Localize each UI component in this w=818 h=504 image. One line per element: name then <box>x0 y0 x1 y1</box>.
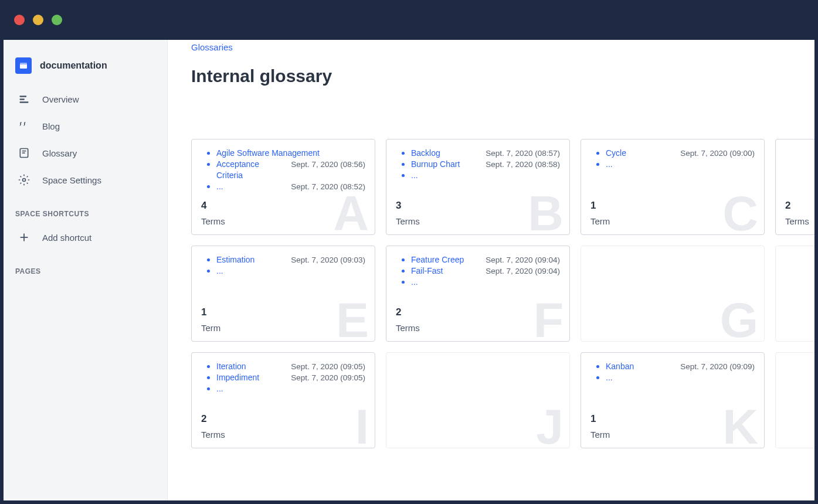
glossary-card-b[interactable]: BacklogSept. 7, 2020 (08:57)Burnup Chart… <box>386 139 570 235</box>
entry-date: Sept. 7, 2020 (09:00) <box>680 148 755 159</box>
entry-date: Sept. 7, 2020 (08:57) <box>486 148 560 159</box>
entry-link[interactable]: ... <box>216 265 365 277</box>
card-entry: ... <box>590 372 755 383</box>
entry-link[interactable]: ... <box>606 159 755 170</box>
entry-link[interactable]: Backlog <box>411 148 480 159</box>
nav-item-label: Blog <box>42 121 60 131</box>
entry-link[interactable]: Fail-Fast <box>411 265 480 277</box>
glossary-card-h[interactable]: H <box>775 246 814 342</box>
entry-date: Sept. 7, 2020 (09:05) <box>291 362 365 372</box>
card-entry: KanbanSept. 7, 2020 (09:09) <box>590 361 755 372</box>
glossary-card-j[interactable]: J <box>386 352 570 448</box>
card-unit-label: Term <box>590 430 755 440</box>
entry-link[interactable]: Iteration <box>216 361 285 372</box>
space-header[interactable]: documentation <box>4 52 167 86</box>
entry-link[interactable]: Cycle <box>606 148 674 159</box>
card-entries: CycleSept. 7, 2020 (09:00)... <box>590 148 755 200</box>
entry-date: Sept. 7, 2020 (09:03) <box>291 255 365 265</box>
card-unit-label: Term <box>590 216 755 226</box>
card-footer: 1Term <box>590 200 755 226</box>
card-footer: 3Terms <box>396 200 560 226</box>
entry-link[interactable]: Agile Software Management <box>216 148 365 159</box>
svg-point-9 <box>23 179 26 182</box>
card-entries <box>590 254 755 333</box>
entry-date: Sept. 7, 2020 (08:56) <box>291 159 365 170</box>
entry-link[interactable]: Burnup Chart <box>411 159 480 170</box>
window-minimize-button[interactable] <box>33 15 43 25</box>
card-entry: CycleSept. 7, 2020 (09:00) <box>590 148 755 159</box>
glossary-card-c[interactable]: CycleSept. 7, 2020 (09:00)...1TermC <box>581 139 765 235</box>
card-entry: ... <box>396 277 560 288</box>
entry-link[interactable]: ... <box>606 372 755 383</box>
nav-item-overview[interactable]: Overview <box>4 86 167 113</box>
page-title: Internal glossary <box>191 66 814 86</box>
window-close-button[interactable] <box>14 15 25 25</box>
card-unit-label: Terms <box>785 216 814 226</box>
nav-item-label: Overview <box>42 94 79 104</box>
card-footer: 2Terms <box>785 200 814 226</box>
entry-date: Sept. 7, 2020 (09:04) <box>486 255 560 265</box>
glossary-card-d[interactable]: 2TermsD <box>775 139 814 235</box>
entry-link[interactable]: Estimation <box>216 254 285 265</box>
space-name: documentation <box>40 60 107 71</box>
card-footer: 1Term <box>201 307 365 333</box>
card-entry: ... <box>201 265 365 277</box>
card-unit-label: Terms <box>396 216 560 226</box>
sidebar: documentation OverviewBlogGlossarySpace … <box>4 40 168 500</box>
card-entry: Agile Software Management <box>201 148 365 159</box>
nav-item-glossary[interactable]: Glossary <box>4 139 167 166</box>
nav-item-blog[interactable]: Blog <box>4 113 167 139</box>
entry-link[interactable]: ... <box>411 170 560 181</box>
card-unit-label: Terms <box>201 216 365 226</box>
card-entries <box>785 148 814 200</box>
card-entries <box>785 254 814 333</box>
main-content: Glossaries Internal glossary Agile Softw… <box>168 40 814 500</box>
add-shortcut-label: Add shortcut <box>42 233 91 243</box>
card-entries: EstimationSept. 7, 2020 (09:03)... <box>201 254 365 307</box>
blog-icon <box>18 120 30 132</box>
card-count: 1 <box>590 200 755 212</box>
card-entry: ... <box>590 159 755 170</box>
card-count: 2 <box>396 307 560 318</box>
space-icon <box>15 57 32 74</box>
entry-date: Sept. 7, 2020 (08:58) <box>486 159 560 170</box>
card-count: 4 <box>201 200 365 212</box>
card-unit-label: Terms <box>396 323 560 333</box>
svg-rect-4 <box>20 98 25 100</box>
nav-item-space-settings[interactable]: Space Settings <box>4 166 167 193</box>
card-count: 2 <box>785 200 814 212</box>
glossary-card-i[interactable]: IterationSept. 7, 2020 (09:05)Impediment… <box>191 352 375 448</box>
glossary-card-e[interactable]: EstimationSept. 7, 2020 (09:03)...1TermE <box>191 246 375 342</box>
entry-link[interactable]: ... <box>216 181 285 192</box>
breadcrumb[interactable]: Glossaries <box>191 40 814 66</box>
card-entry: Acceptance CriteriaSept. 7, 2020 (08:56) <box>201 159 365 181</box>
card-entries: KanbanSept. 7, 2020 (09:09)... <box>590 361 755 413</box>
gear-icon <box>18 173 30 186</box>
card-unit-label: Terms <box>201 430 365 440</box>
entry-date: Sept. 7, 2020 (09:09) <box>680 362 755 372</box>
card-entry: Fail-FastSept. 7, 2020 (09:04) <box>396 265 560 277</box>
glossary-icon <box>18 147 30 159</box>
window-titlebar <box>0 0 818 40</box>
card-entry: ImpedimentSept. 7, 2020 (09:05) <box>201 372 365 383</box>
card-count: 3 <box>396 200 560 212</box>
svg-rect-2 <box>20 63 27 64</box>
entry-link[interactable]: Impediment <box>216 372 285 383</box>
entry-link[interactable]: Acceptance Criteria <box>216 159 285 181</box>
entry-date: Sept. 7, 2020 (09:05) <box>291 373 365 383</box>
card-count: 2 <box>201 413 365 425</box>
glossary-card-k[interactable]: KanbanSept. 7, 2020 (09:09)...1TermK <box>581 352 765 448</box>
card-count: 1 <box>590 413 755 425</box>
glossary-card-a[interactable]: Agile Software ManagementAcceptance Crit… <box>191 139 375 235</box>
entry-link[interactable]: Kanban <box>606 361 674 372</box>
entry-link[interactable]: ... <box>216 383 365 394</box>
add-shortcut-button[interactable]: Add shortcut <box>4 224 167 251</box>
glossary-card-l[interactable]: L <box>775 352 814 448</box>
card-entry: ... <box>396 170 560 181</box>
window-maximize-button[interactable] <box>52 15 62 25</box>
glossary-card-g[interactable]: G <box>581 246 765 342</box>
entry-link[interactable]: Feature Creep <box>411 254 480 265</box>
glossary-card-f[interactable]: Feature CreepSept. 7, 2020 (09:04)Fail-F… <box>386 246 570 342</box>
section-shortcuts-label: SPACE SHORTCUTS <box>4 193 167 224</box>
entry-link[interactable]: ... <box>411 277 560 288</box>
